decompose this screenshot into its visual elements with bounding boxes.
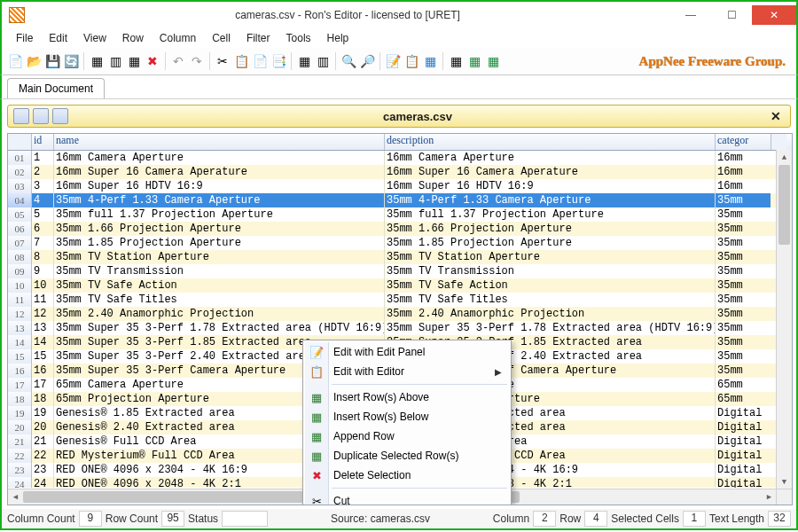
menu-filter[interactable]: Filter — [239, 30, 278, 46]
row-number[interactable]: 09 — [8, 264, 32, 278]
table-row[interactable]: 101035mm TV Safe Action35mm TV Safe Acti… — [8, 278, 792, 293]
row-number[interactable]: 21 — [8, 434, 32, 449]
cell-category[interactable]: 16mm — [716, 151, 771, 165]
cell-category[interactable]: 35mm — [716, 193, 771, 207]
table-row[interactable]: 02216mm Super 16 Camera Aperature16mm Su… — [8, 165, 792, 179]
cell-description[interactable]: 35mm Super 35 3-Perf 1.78 Extracted area… — [385, 321, 716, 335]
row-number[interactable]: 03 — [8, 179, 32, 193]
cell-category[interactable]: 35mm — [716, 236, 771, 250]
cell-category[interactable]: 35mm — [716, 222, 771, 236]
cell-category[interactable]: 35mm — [716, 321, 771, 335]
row-number[interactable]: 24 — [8, 477, 32, 488]
view-mode3-icon[interactable] — [52, 108, 68, 124]
cell-category[interactable]: Digital — [716, 406, 771, 420]
cell-name[interactable]: 16mm Super 16 Camera Aperature — [54, 165, 385, 179]
cell-name[interactable]: 35mm full 1.37 Projection Aperture — [54, 207, 385, 222]
cell-category[interactable]: 35mm — [716, 293, 771, 307]
table-row[interactable]: 04435mm 4-Perf 1.33 Camera Aperture35mm … — [8, 193, 792, 207]
context-menu-item[interactable]: ✂Cut — [305, 491, 509, 505]
cell-id[interactable]: 2 — [32, 165, 54, 179]
cell-id[interactable]: 15 — [32, 349, 54, 364]
row-number[interactable]: 02 — [8, 165, 32, 179]
cell-description[interactable]: 16mm Super 16 Camera Aperature — [385, 165, 716, 179]
cell-name[interactable]: 35mm TV Transmission — [54, 264, 385, 278]
grid-icon[interactable]: ▦ — [126, 53, 142, 69]
row-number[interactable]: 22 — [8, 449, 32, 463]
new-file-icon[interactable]: 📄 — [7, 53, 23, 69]
menu-file[interactable]: File — [9, 30, 40, 46]
table-row[interactable]: 05535mm full 1.37 Projection Aperture35m… — [8, 207, 792, 222]
cell-id[interactable]: 21 — [32, 434, 54, 449]
cell-id[interactable]: 9 — [32, 264, 54, 278]
cell-category[interactable]: 35mm — [716, 349, 771, 364]
table-row[interactable]: 121235mm 2.40 Anamorphic Projection35mm … — [8, 307, 792, 321]
insert-col-icon[interactable]: ▥ — [107, 53, 123, 69]
find-icon[interactable]: 🔍 — [340, 53, 356, 69]
cell-id[interactable]: 24 — [32, 477, 54, 488]
context-menu[interactable]: 📝Edit with Edit Panel📋Edit with Editor▶▦… — [302, 340, 512, 505]
row-number[interactable]: 16 — [8, 364, 32, 378]
cell-category[interactable]: 35mm — [716, 250, 771, 264]
row-number[interactable]: 07 — [8, 236, 32, 250]
menu-cell[interactable]: Cell — [205, 30, 238, 46]
cell-category[interactable]: Digital — [716, 477, 771, 488]
cell-id[interactable]: 6 — [32, 222, 54, 236]
scroll-up-icon[interactable]: ▲ — [777, 150, 792, 165]
col-name-header[interactable]: name — [54, 134, 385, 150]
cell-id[interactable]: 5 — [32, 207, 54, 222]
cell-description[interactable]: 35mm 4-Perf 1.33 Camera Aperture — [385, 193, 716, 207]
row-number[interactable]: 14 — [8, 335, 32, 349]
cell-description[interactable]: 35mm TV Transmission — [385, 264, 716, 278]
edit-panel-icon[interactable]: 📝 — [385, 53, 401, 69]
cell-category[interactable]: 65mm — [716, 378, 771, 392]
cell-id[interactable]: 7 — [32, 236, 54, 250]
row-number[interactable]: 23 — [8, 463, 32, 477]
cell-name[interactable]: 35mm 1.66 Projection Aperture — [54, 222, 385, 236]
row-number[interactable]: 19 — [8, 406, 32, 420]
row-number[interactable]: 18 — [8, 392, 32, 406]
cell-category[interactable]: 35mm — [716, 364, 771, 378]
scroll-left-icon[interactable]: ◀ — [8, 489, 23, 505]
table-ops-icon[interactable]: ▦ — [296, 53, 312, 69]
menu-help[interactable]: Help — [320, 30, 356, 46]
file-header-close-icon[interactable]: ✕ — [767, 109, 785, 123]
table-row[interactable]: 07735mm 1.85 Projection Aperture35mm 1.8… — [8, 236, 792, 250]
scroll-right-icon[interactable]: ▶ — [762, 489, 777, 505]
row-number[interactable]: 15 — [8, 349, 32, 364]
context-menu-item[interactable]: ▦Insert Row(s) Below — [305, 407, 509, 426]
row-number[interactable]: 12 — [8, 307, 32, 321]
cell-id[interactable]: 11 — [32, 293, 54, 307]
refresh-icon[interactable]: 🔄 — [63, 53, 79, 69]
data-grid[interactable]: id name description categor 01116mm Came… — [7, 133, 793, 505]
cell-id[interactable]: 3 — [32, 179, 54, 193]
col-id-header[interactable]: id — [32, 134, 54, 150]
context-menu-item[interactable]: ▦Insert Row(s) Above — [305, 387, 509, 407]
cell-description[interactable]: 35mm 1.85 Projection Aperture — [385, 236, 716, 250]
row-number[interactable]: 20 — [8, 420, 32, 434]
cell-category[interactable]: 35mm — [716, 278, 771, 293]
context-menu-item[interactable]: ▦Append Row — [305, 426, 509, 446]
export-icon[interactable]: ▦ — [448, 53, 464, 69]
cell-category[interactable]: 16mm — [716, 165, 771, 179]
cell-description[interactable]: 35mm 2.40 Anamorphic Projection — [385, 307, 716, 321]
cell-name[interactable]: 35mm TV Safe Action — [54, 278, 385, 293]
cell-name[interactable]: 16mm Super 16 HDTV 16:9 — [54, 179, 385, 193]
menu-tools[interactable]: Tools — [279, 30, 318, 46]
table-row[interactable]: 08835mm TV Station Aperture35mm TV Stati… — [8, 250, 792, 264]
vscroll-thumb[interactable] — [778, 165, 790, 245]
rownum-header[interactable] — [8, 134, 32, 150]
cell-description[interactable]: 35mm TV Safe Action — [385, 278, 716, 293]
row-header-icon[interactable]: ▦ — [422, 53, 438, 69]
cell-id[interactable]: 18 — [32, 392, 54, 406]
row-number[interactable]: 05 — [8, 207, 32, 222]
cell-category[interactable]: Digital — [716, 449, 771, 463]
cell-id[interactable]: 13 — [32, 321, 54, 335]
vertical-scrollbar[interactable]: ▲ ▼ — [776, 150, 792, 489]
paste-icon[interactable]: 📄 — [252, 53, 268, 69]
cell-description[interactable]: 35mm TV Station Aperture — [385, 250, 716, 264]
view-mode2-icon[interactable] — [33, 108, 49, 124]
cell-id[interactable]: 22 — [32, 449, 54, 463]
menu-column[interactable]: Column — [153, 30, 203, 46]
tab-main-document[interactable]: Main Document — [7, 78, 105, 98]
cell-id[interactable]: 17 — [32, 378, 54, 392]
